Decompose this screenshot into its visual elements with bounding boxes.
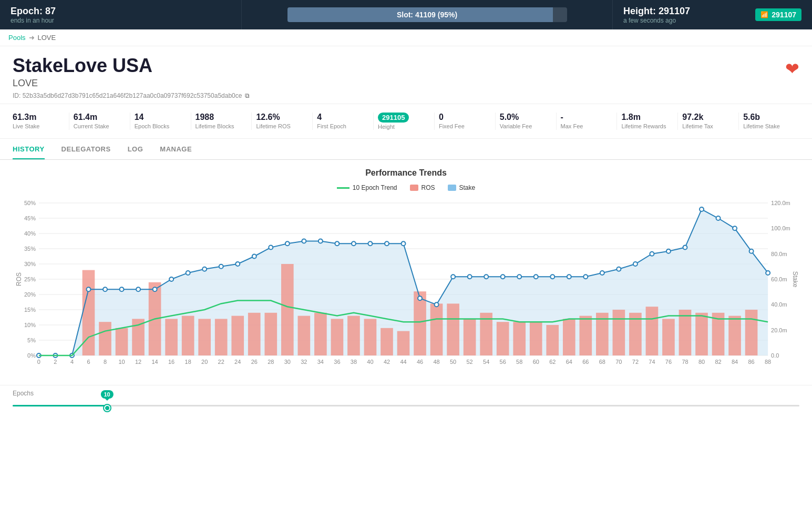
ros-bar [447, 303, 459, 355]
y-left-label: 50% [24, 200, 36, 206]
stake-dot [269, 246, 273, 250]
stake-dot [252, 255, 256, 259]
stake-dot [534, 274, 538, 279]
stake-dot [700, 207, 704, 211]
stat-value-badge: 291105 [378, 113, 409, 123]
ros-bar [165, 319, 178, 355]
stake-dot [186, 271, 190, 275]
tab-log[interactable]: LOG [128, 139, 143, 159]
favorite-heart-icon[interactable]: ❤ [785, 59, 799, 79]
stake-dot [633, 262, 638, 266]
x-label: 2 [54, 359, 57, 365]
x-label: 80 [698, 359, 705, 365]
y-left-label: 40% [24, 230, 36, 237]
epochs-section: Epochs 10 [0, 385, 812, 419]
ros-bar [662, 319, 675, 355]
stat-item: 14Epoch Blocks [130, 113, 191, 130]
stake-dot [650, 252, 654, 256]
slot-section: Slot: 41109 (95%) [242, 0, 612, 29]
stake-dot [501, 274, 505, 279]
stat-label: First Epoch [317, 123, 346, 129]
x-label: 42 [384, 359, 390, 365]
ros-bar [579, 316, 592, 355]
ros-bar [563, 319, 575, 355]
stat-item: 97.2kLifetime Tax [678, 113, 739, 130]
stat-label: Lifetime ROS [256, 123, 290, 129]
stat-value: 4 [317, 113, 322, 122]
pool-id: ID: 52b33a5db6d27d3b791c65d21a646f2b127a… [13, 92, 799, 99]
stat-value: 1.8m [621, 113, 640, 122]
stake-dot [153, 287, 157, 291]
copy-icon[interactable]: ⧉ [245, 92, 250, 99]
tab-manage[interactable]: MANAGE [160, 139, 192, 159]
stake-dot [733, 226, 737, 230]
slot-label: Slot: 41109 (95%) [397, 11, 457, 19]
performance-chart: 0246810121416182022242628303234363840424… [13, 198, 799, 376]
y-right-label: 0.0 [771, 352, 779, 359]
ros-axis-label: ROS [15, 272, 23, 286]
epoch-thumb[interactable] [104, 405, 110, 411]
x-label: 62 [549, 359, 556, 365]
legend-item: Stake [448, 184, 476, 191]
x-label: 60 [533, 359, 539, 365]
y-left-label: 35% [24, 246, 36, 252]
x-label: 6 [87, 359, 90, 365]
epochs-slider[interactable]: 10 [13, 400, 799, 411]
x-label: 28 [268, 359, 274, 365]
stat-value: 5.0% [500, 113, 519, 122]
stake-dot [385, 241, 389, 246]
height-info: Height: 291107 a few seconds ago [623, 6, 690, 24]
stake-dot [766, 271, 770, 275]
ros-bar [347, 316, 360, 355]
top-bar: Epoch: 87 ends in an hour Slot: 41109 (9… [0, 0, 812, 29]
ros-bar [248, 313, 261, 355]
stat-label: Epoch Blocks [135, 123, 170, 129]
y-right-label: 40.0m [771, 301, 787, 308]
stake-dot [666, 249, 671, 253]
ros-bar [99, 322, 111, 355]
x-label: 70 [615, 359, 622, 365]
x-label: 50 [450, 359, 456, 365]
legend-line-color [337, 187, 350, 189]
stake-dot [169, 277, 173, 281]
x-label: 30 [284, 359, 291, 365]
stat-value: 12.6% [256, 113, 280, 122]
ros-bar [546, 325, 559, 355]
stake-dot [302, 239, 306, 243]
stat-label: Fixed Fee [439, 123, 465, 129]
stat-value: 5.6b [743, 113, 760, 122]
legend-label: ROS [422, 184, 435, 191]
ros-bar [182, 316, 194, 355]
x-label: 12 [135, 359, 141, 365]
ros-bar [679, 310, 692, 355]
x-label: 22 [218, 359, 224, 365]
ros-bar [397, 331, 410, 355]
x-label: 24 [234, 359, 241, 365]
x-label: 32 [301, 359, 307, 365]
stat-value: 0 [439, 113, 444, 122]
pool-name: StakeLove USA [13, 55, 799, 77]
ros-bar [497, 322, 509, 355]
stat-label: Max Fee [561, 123, 583, 129]
height-badge: 📶 291107 [755, 8, 801, 21]
y-right-label: 100.0m [771, 225, 790, 231]
stat-item: 291105Height [374, 113, 435, 130]
stake-dot [219, 264, 223, 269]
stake-dot [136, 287, 140, 291]
stake-dot [435, 302, 439, 307]
ros-bar [231, 316, 244, 355]
breadcrumb-pools-link[interactable]: Pools [8, 34, 26, 42]
legend-label: Stake [459, 184, 476, 191]
stake-dot [335, 241, 339, 246]
y-right-label: 20.0m [771, 327, 787, 333]
ros-bar [414, 291, 426, 355]
ros-bar [314, 313, 327, 355]
tab-delegators[interactable]: DELEGATORS [61, 139, 111, 159]
stake-dot [235, 262, 240, 266]
tab-history[interactable]: HISTORY [13, 139, 45, 159]
y-left-label: 0% [27, 352, 36, 359]
pool-header: StakeLove USA LOVE ID: 52b33a5db6d27d3b7… [0, 46, 812, 104]
stake-dot [418, 296, 422, 300]
stat-value: 61.3m [13, 113, 36, 122]
stake-dot [749, 249, 754, 253]
